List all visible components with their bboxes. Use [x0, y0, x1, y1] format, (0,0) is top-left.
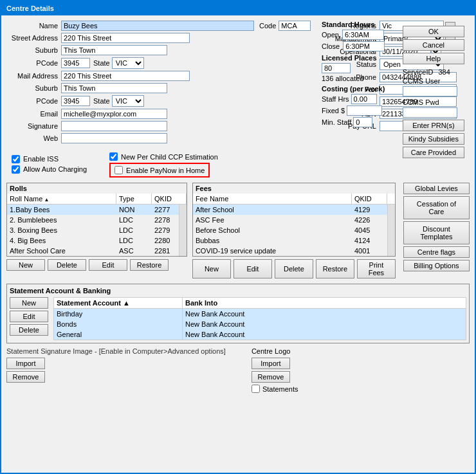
- table-row[interactable]: 3. Boxing Bees LDC 2279: [7, 225, 179, 235]
- staff-hrs-input[interactable]: [351, 94, 377, 104]
- sig-buttons: Import Remove: [6, 358, 226, 383]
- logo-import-button[interactable]: Import: [252, 358, 290, 369]
- new-per-child-checkbox[interactable]: [109, 152, 118, 161]
- table-row[interactable]: After School Care ASC 2281: [7, 246, 179, 256]
- name-label: Name: [6, 22, 61, 30]
- bank-into-header: Bank Into: [183, 298, 466, 309]
- email-input[interactable]: [61, 109, 167, 119]
- window-title: Centre Details: [6, 5, 54, 12]
- web-input[interactable]: [61, 133, 167, 143]
- fee-name-cell: Bubbas: [193, 236, 352, 245]
- mail-input[interactable]: [61, 71, 190, 81]
- fees-new-button[interactable]: New: [192, 259, 231, 278]
- table-row[interactable]: 4. Big Bees LDC 2280: [7, 235, 179, 246]
- cessation-of-care-button[interactable]: Cessation of Care: [403, 196, 470, 219]
- table-row[interactable]: Bubbas 4124: [193, 235, 387, 246]
- centre-flags-button[interactable]: Centre flags: [403, 246, 470, 258]
- open-input[interactable]: [342, 30, 384, 40]
- ccms-user-input[interactable]: [403, 86, 457, 96]
- roll-name-cell: 4. Big Bees: [7, 236, 116, 245]
- billing-options-button[interactable]: Billing Options: [403, 260, 470, 271]
- ccms-pwd-label: CCMS Pwd: [403, 98, 439, 106]
- enter-prns-button[interactable]: Enter PRN(s): [403, 120, 464, 131]
- name-input[interactable]: [61, 21, 254, 31]
- statement-delete-button[interactable]: Delete: [10, 324, 48, 336]
- state-select[interactable]: VIC: [112, 57, 144, 69]
- table-row[interactable]: After School 4129: [193, 205, 387, 215]
- fee-qkid-cell: 4129: [352, 205, 387, 214]
- care-provided-button[interactable]: Care Provided: [403, 147, 464, 158]
- close-label: Close: [322, 42, 340, 50]
- staff-hrs-label: Staff Hrs: [322, 95, 349, 103]
- cancel-button[interactable]: Cancel: [403, 39, 464, 51]
- rolls-scrollbar[interactable]: [179, 205, 187, 256]
- serviceid-value: 384: [438, 68, 450, 76]
- allow-auto-checkbox[interactable]: [12, 165, 20, 174]
- enable-paynow-row[interactable]: Enable PayNow in Home: [114, 166, 205, 174]
- state2-select[interactable]: VIC: [112, 95, 144, 107]
- enable-paynow-checkbox[interactable]: [114, 166, 123, 174]
- fees-restore-button[interactable]: Restore: [316, 259, 354, 278]
- pcode2-input[interactable]: [61, 96, 90, 106]
- statement-row[interactable]: General New Bank Account: [54, 329, 466, 340]
- rolls-qkid-header[interactable]: QKID: [152, 194, 187, 204]
- kindy-subsidies-button[interactable]: Kindy Subsidies: [403, 133, 464, 145]
- allow-auto-row[interactable]: Allow Auto Charging: [12, 165, 87, 174]
- signature-input[interactable]: [61, 121, 167, 131]
- rolls-new-button[interactable]: New: [6, 259, 45, 271]
- statement-row[interactable]: Bonds New Bank Account: [54, 319, 466, 329]
- statement-edit-button[interactable]: Edit: [10, 311, 48, 322]
- statement-section: Statement Account & Banking New Edit Del…: [6, 284, 470, 343]
- fees-name-header[interactable]: Fee Name: [193, 194, 352, 204]
- statement-row[interactable]: Birthday New Bank Account: [54, 309, 466, 320]
- fees-qkid-header[interactable]: QKID: [352, 194, 387, 204]
- global-levies-button[interactable]: Global Levies: [403, 183, 470, 194]
- fee-name-cell: Before School: [193, 226, 352, 235]
- licensed-places-input[interactable]: [322, 63, 351, 73]
- fees-scrollbar[interactable]: [387, 205, 395, 256]
- fixed-input[interactable]: [347, 105, 382, 116]
- statements-checkbox[interactable]: [252, 385, 260, 393]
- fees-print-button[interactable]: Print Fees: [357, 259, 396, 278]
- rolls-delete-button[interactable]: Delete: [48, 259, 86, 271]
- new-per-child-label: New Per Child CCP Estimation: [121, 153, 218, 161]
- enable-paynow-container: Enable PayNow in Home: [109, 163, 210, 178]
- roll-qkid-cell: 2280: [152, 236, 179, 245]
- table-row[interactable]: COVID-19 service update 4001: [193, 246, 387, 256]
- table-row[interactable]: Before School 4045: [193, 225, 387, 235]
- rolls-name-header[interactable]: Roll Name: [7, 194, 116, 204]
- ok-button[interactable]: OK: [403, 26, 464, 37]
- serviceid-label: ServiceID: [403, 68, 434, 76]
- fees-delete-button[interactable]: Delete: [275, 259, 313, 278]
- enable-iss-row[interactable]: Enable ISS: [12, 155, 87, 163]
- rolls-edit-button[interactable]: Edit: [89, 259, 127, 271]
- sig-import-button[interactable]: Import: [6, 358, 45, 369]
- logo-remove-button[interactable]: Remove: [252, 371, 290, 383]
- pcode-input[interactable]: [61, 58, 90, 68]
- ccms-pwd-input[interactable]: [403, 107, 457, 118]
- rolls-restore-button[interactable]: Restore: [130, 259, 169, 271]
- table-row[interactable]: 2. Bumblebees LDC 2278: [7, 215, 179, 225]
- min-staff-input[interactable]: [353, 117, 372, 127]
- fees-edit-button[interactable]: Edit: [233, 259, 272, 278]
- help-button[interactable]: Help: [403, 53, 464, 64]
- costing-label: Costing (per week): [322, 85, 405, 93]
- state2-label: State: [93, 97, 110, 105]
- discount-templates-button[interactable]: Discount Templates: [403, 221, 470, 244]
- rolls-label: Rolls: [6, 183, 187, 194]
- table-row[interactable]: 1.Baby Bees NON 2277: [7, 205, 179, 215]
- suburb-input[interactable]: [61, 45, 167, 55]
- suburb2-input[interactable]: [61, 83, 167, 93]
- enable-iss-checkbox[interactable]: [12, 155, 20, 163]
- table-row[interactable]: ASC Fee 4226: [193, 215, 387, 225]
- rolls-type-header[interactable]: Type: [116, 194, 152, 204]
- statements-checkbox-label[interactable]: Statements: [252, 385, 298, 393]
- close-input[interactable]: [343, 41, 385, 51]
- open-label: Open: [322, 31, 339, 39]
- state-label: State: [93, 59, 110, 67]
- street-input[interactable]: [61, 33, 190, 43]
- new-per-child-row[interactable]: New Per Child CCP Estimation: [109, 152, 218, 161]
- statement-new-button[interactable]: New: [10, 297, 48, 309]
- sig-remove-button[interactable]: Remove: [6, 371, 45, 383]
- code-input[interactable]: [279, 21, 311, 31]
